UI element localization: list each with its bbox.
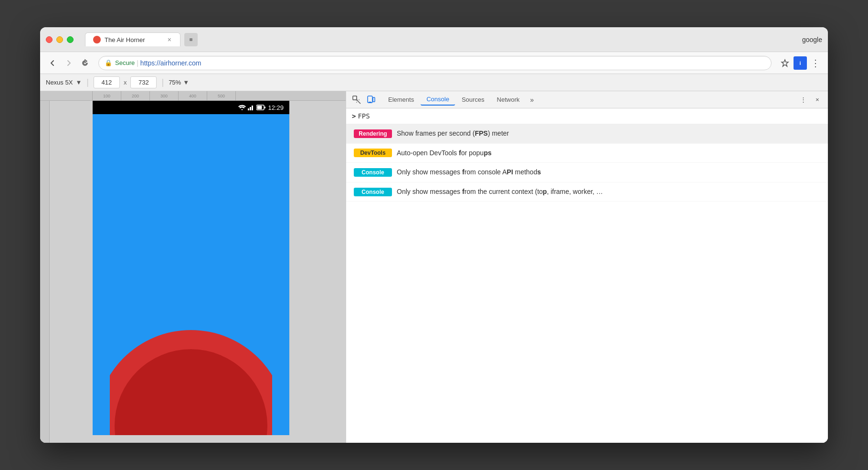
devtools-tabs: Elements Console Sources Network »: [382, 94, 795, 106]
tab-title: The Air Horner: [105, 36, 163, 43]
minimize-button[interactable]: [56, 36, 63, 43]
ruler-tick: 300: [150, 91, 179, 101]
google-label: google: [802, 36, 822, 43]
devtools-toolbar: Elements Console Sources Network » ⋮ ×: [346, 91, 828, 108]
phone-viewport: 12:29: [93, 101, 289, 435]
suggestion-item-console-1[interactable]: Console Only show messages from console …: [346, 163, 828, 182]
devtools-panel: Elements Console Sources Network » ⋮ × >…: [346, 91, 828, 443]
zoom-dropdown-icon[interactable]: ▼: [183, 79, 189, 86]
viewport-width[interactable]: 412: [94, 76, 120, 88]
status-icons: 12:29: [238, 104, 284, 111]
svg-rect-1: [248, 108, 249, 110]
active-tab[interactable]: The Air Horner ×: [85, 32, 180, 46]
svg-rect-10: [368, 96, 372, 103]
console-prompt: >: [352, 112, 356, 120]
horn-shape: [110, 301, 272, 435]
svg-rect-2: [250, 107, 251, 110]
svg-rect-5: [265, 107, 265, 108]
devtools-right-buttons: ⋮ ×: [796, 93, 824, 107]
devtools-close-button[interactable]: ×: [811, 93, 824, 107]
ruler-tick: 200: [121, 91, 150, 101]
secure-text: Secure: [115, 59, 135, 66]
suggestion-item-devtools[interactable]: DevTools Auto-open DevTools for popups: [346, 144, 828, 163]
phone-status-bar: 12:29: [93, 101, 289, 114]
device-mode-button[interactable]: [364, 93, 378, 107]
inspect-element-button[interactable]: [350, 93, 363, 107]
browser-window: The Air Horner × google: [40, 27, 828, 443]
suggestion-description-2: Auto-open DevTools for popups: [397, 149, 491, 158]
tab-network[interactable]: Network: [491, 94, 526, 105]
extension-icon[interactable]: i: [794, 56, 807, 70]
tab-bar: The Air Horner ×: [85, 32, 798, 46]
autocomplete-list: Rendering Show frames per second (FPS) m…: [346, 124, 828, 202]
console-input-row: > FPS: [346, 108, 828, 124]
svg-rect-9: [353, 96, 357, 100]
toolbar-separator: |: [86, 77, 89, 87]
new-tab-button[interactable]: [184, 33, 198, 46]
viewport-panel: 100 200 300 400 500: [40, 91, 346, 443]
url-text: https://airhorner.com: [140, 59, 201, 67]
svg-rect-3: [252, 106, 253, 110]
console-input-text[interactable]: FPS: [358, 112, 370, 120]
devtools-options-button[interactable]: ⋮: [796, 93, 810, 107]
suggestion-description-3: Only show messages from console API meth…: [397, 168, 541, 177]
badge-console-2: Console: [354, 188, 392, 196]
ruler-tick: [40, 91, 93, 101]
suggestion-description-4: Only show messages from the current cont…: [397, 187, 603, 197]
traffic-lights: [46, 36, 74, 43]
vertical-ruler: [40, 101, 50, 443]
ruler-tick: 400: [179, 91, 207, 101]
ruler-tick: 500: [207, 91, 236, 101]
main-content: 100 200 300 400 500: [40, 91, 828, 443]
suggestion-item-rendering[interactable]: Rendering Show frames per second (FPS) m…: [346, 124, 828, 144]
zoom-level: 75%: [169, 79, 181, 86]
reload-button[interactable]: [78, 56, 92, 70]
badge-rendering: Rendering: [354, 129, 392, 138]
device-selector-label: Nexus 5X: [46, 79, 73, 86]
back-button[interactable]: [46, 56, 59, 70]
toolbar-separator2: |: [161, 77, 164, 87]
secure-icon: 🔒: [105, 59, 112, 66]
viewport-height[interactable]: 732: [130, 76, 157, 88]
bookmark-button[interactable]: [778, 56, 792, 70]
tab-close-button[interactable]: ×: [167, 36, 172, 43]
menu-button[interactable]: ⋮: [809, 56, 822, 70]
forward-button[interactable]: [62, 56, 75, 70]
badge-devtools: DevTools: [354, 149, 392, 157]
tab-console[interactable]: Console: [421, 94, 455, 106]
device-toolbar: Nexus 5X ▼ | 412 x 732 | 75% ▼: [40, 74, 828, 91]
maximize-button[interactable]: [67, 36, 74, 43]
device-dropdown-icon[interactable]: ▼: [75, 79, 82, 86]
svg-rect-0: [190, 38, 192, 41]
horizontal-ruler: 100 200 300 400 500: [40, 91, 346, 101]
tab-sources[interactable]: Sources: [456, 94, 490, 105]
dimension-x-label: x: [124, 79, 127, 86]
suggestion-item-console-2[interactable]: Console Only show messages from the curr…: [346, 182, 828, 202]
close-button[interactable]: [46, 36, 53, 43]
status-time: 12:29: [268, 104, 284, 111]
more-tabs-button[interactable]: »: [526, 94, 538, 106]
tab-favicon: [93, 36, 101, 43]
badge-console-1: Console: [354, 168, 392, 177]
console-area: > FPS Rendering Show frames per second (…: [346, 108, 828, 443]
tab-elements[interactable]: Elements: [382, 94, 420, 105]
ruler-tick: 100: [93, 91, 121, 101]
address-bar[interactable]: 🔒 Secure | https://airhorner.com: [98, 56, 772, 70]
nav-right-icons: i ⋮: [778, 56, 822, 70]
nav-bar: 🔒 Secure | https://airhorner.com i ⋮: [40, 52, 828, 74]
title-bar: The Air Horner × google: [40, 27, 828, 52]
url-divider: |: [137, 59, 138, 67]
phone-body: [93, 114, 289, 435]
svg-rect-12: [373, 97, 375, 102]
suggestion-description-1: Show frames per second (FPS) meter: [397, 129, 509, 139]
svg-rect-6: [257, 106, 262, 109]
svg-rect-11: [369, 102, 371, 103]
